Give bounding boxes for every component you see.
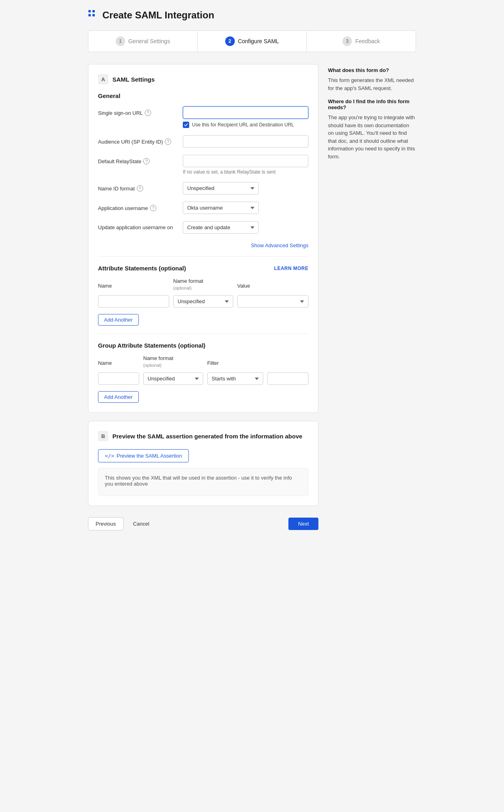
sso-url-row: Single sign-on URL ? Use this for Recipi… bbox=[98, 106, 308, 128]
app-username-help-icon[interactable]: ? bbox=[150, 205, 156, 211]
group-format-select[interactable]: Unspecified Basic URI Reference bbox=[143, 372, 203, 385]
sso-url-label: Single sign-on URL ? bbox=[98, 106, 178, 116]
page-title: Create SAML Integration bbox=[88, 10, 416, 21]
app-username-row: Application username ? Okta username Ema… bbox=[98, 202, 308, 214]
relay-state-control: If no value is set, a blank RelayState i… bbox=[183, 155, 308, 175]
audience-uri-input[interactable] bbox=[183, 135, 308, 148]
step-1-label: General Settings bbox=[128, 38, 170, 44]
svg-rect-2 bbox=[88, 14, 91, 16]
svg-rect-0 bbox=[88, 10, 91, 12]
group-name-input[interactable] bbox=[98, 372, 139, 385]
step-general-settings[interactable]: 1 General Settings bbox=[88, 31, 198, 52]
audience-uri-row: Audience URI (SP Entity ID) ? bbox=[98, 135, 308, 148]
group-attr-header: Group Attribute Statements (optional) bbox=[98, 342, 308, 349]
attr-value-col-header: Value bbox=[237, 283, 308, 290]
recipient-url-checkbox-row: Use this for Recipient URL and Destinati… bbox=[183, 122, 308, 128]
app-username-select[interactable]: Okta username Email AD SAMAccountName Cu… bbox=[183, 202, 259, 214]
relay-state-row: Default RelayState ? If no value is set,… bbox=[98, 155, 308, 175]
attr-format-select-wrap: Unspecified Basic URI Reference bbox=[173, 295, 233, 308]
group-attr-title: Group Attribute Statements (optional) bbox=[98, 342, 206, 349]
update-app-username-select[interactable]: Create and update Create only bbox=[183, 221, 259, 234]
group-format-col-header: Name format (optional) bbox=[143, 355, 203, 368]
attr-format-col-header: Name format (optional) bbox=[173, 278, 233, 290]
attr-statements-title: Attribute Statements (optional) bbox=[98, 265, 186, 272]
attr-statements-header: Attribute Statements (optional) LEARN MO… bbox=[98, 265, 308, 272]
group-format-select-wrap: Unspecified Basic URI Reference bbox=[143, 372, 203, 385]
step-3-circle: 3 bbox=[342, 36, 352, 46]
footer-left: Previous Cancel bbox=[88, 517, 155, 530]
attr-row-1: Unspecified Basic URI Reference bbox=[98, 295, 308, 308]
preview-area: This shows you the XML that will be used… bbox=[98, 468, 308, 496]
next-button[interactable]: Next bbox=[288, 518, 318, 530]
card-b-title: Preview the SAML assertion generated fro… bbox=[112, 433, 302, 440]
sso-url-input[interactable] bbox=[183, 106, 308, 119]
preview-text: This shows you the XML that will be used… bbox=[105, 475, 292, 487]
update-app-username-row: Update application username on Create an… bbox=[98, 221, 308, 234]
name-id-label: Name ID format ? bbox=[98, 182, 178, 192]
app-username-control: Okta username Email AD SAMAccountName Cu… bbox=[183, 202, 308, 214]
saml-settings-card: A SAML Settings General Single sign-on U… bbox=[88, 64, 318, 413]
attr-add-another-button[interactable]: Add Another bbox=[98, 314, 139, 326]
group-name-input-wrap bbox=[98, 372, 139, 385]
sidebar: What does this form do? This form genera… bbox=[328, 64, 416, 167]
relay-state-label: Default RelayState ? bbox=[98, 155, 178, 164]
sso-url-control: Use this for Recipient URL and Destinati… bbox=[183, 106, 308, 128]
attr-format-select[interactable]: Unspecified Basic URI Reference bbox=[173, 295, 233, 308]
attr-learn-more[interactable]: LEARN MORE bbox=[274, 266, 308, 271]
attr-value-select-wrap bbox=[237, 295, 308, 308]
group-filter-value-input[interactable] bbox=[267, 372, 308, 385]
name-id-control: Unspecified EmailAddress X509SubjectName… bbox=[183, 182, 308, 194]
card-a-badge: A bbox=[98, 74, 108, 84]
group-attr-row-1: Unspecified Basic URI Reference Starts w… bbox=[98, 372, 308, 385]
footer-bar: Previous Cancel Next bbox=[88, 514, 318, 530]
preview-saml-button[interactable]: </> Preview the SAML Assertion bbox=[98, 449, 189, 462]
previous-button[interactable]: Previous bbox=[88, 517, 124, 530]
sidebar-a2: The app you're trying to integrate with … bbox=[328, 114, 416, 160]
card-a-header: A SAML Settings bbox=[98, 74, 308, 84]
attr-value-select[interactable] bbox=[237, 295, 308, 308]
cancel-button[interactable]: Cancel bbox=[128, 517, 155, 530]
divider-2 bbox=[98, 334, 308, 334]
group-filter-value-input-wrap bbox=[267, 372, 308, 385]
step-feedback[interactable]: 3 Feedback bbox=[307, 31, 416, 52]
relay-state-input[interactable] bbox=[183, 155, 308, 167]
step-2-circle: 2 bbox=[225, 36, 235, 46]
app-username-label: Application username ? bbox=[98, 202, 178, 211]
group-filter-type-select-wrap: Starts with Equals Contains Matches rege… bbox=[207, 372, 263, 385]
sso-url-help-icon[interactable]: ? bbox=[145, 110, 151, 116]
name-id-row: Name ID format ? Unspecified EmailAddres… bbox=[98, 182, 308, 194]
name-id-help-icon[interactable]: ? bbox=[137, 185, 143, 192]
preview-saml-card: B Preview the SAML assertion generated f… bbox=[88, 421, 318, 506]
group-filter-type-select[interactable]: Starts with Equals Contains Matches rege… bbox=[207, 372, 263, 385]
stepper: 1 General Settings 2 Configure SAML 3 Fe… bbox=[88, 30, 416, 52]
step-3-label: Feedback bbox=[355, 38, 380, 44]
show-advanced-link[interactable]: Show Advanced Settings bbox=[98, 241, 308, 248]
attr-columns-header: Name Name format (optional) Value bbox=[98, 278, 308, 290]
relay-state-hint: If no value is set, a blank RelayState i… bbox=[183, 169, 308, 175]
audience-uri-control bbox=[183, 135, 308, 148]
step-2-label: Configure SAML bbox=[238, 38, 279, 44]
audience-uri-help-icon[interactable]: ? bbox=[165, 138, 171, 145]
step-1-circle: 1 bbox=[116, 36, 125, 46]
sidebar-a1: This form generates the XML needed for t… bbox=[328, 76, 416, 92]
update-app-username-label: Update application username on bbox=[98, 221, 178, 230]
group-attr-add-another-button[interactable]: Add Another bbox=[98, 391, 139, 403]
card-b-header: B Preview the SAML assertion generated f… bbox=[98, 431, 308, 441]
svg-rect-3 bbox=[92, 14, 95, 16]
update-app-username-control: Create and update Create only bbox=[183, 221, 308, 234]
group-name-col-header: Name bbox=[98, 360, 139, 368]
svg-rect-1 bbox=[92, 10, 95, 12]
attr-name-input[interactable] bbox=[98, 295, 169, 308]
relay-state-help-icon[interactable]: ? bbox=[143, 158, 150, 164]
card-b-badge: B bbox=[98, 431, 108, 441]
code-icon: </> bbox=[105, 453, 114, 459]
sidebar-q2: Where do I find the info this form needs… bbox=[328, 98, 416, 110]
step-configure-saml[interactable]: 2 Configure SAML bbox=[198, 31, 307, 52]
divider-1 bbox=[98, 256, 308, 257]
card-a-title: SAML Settings bbox=[112, 76, 155, 83]
sidebar-q1: What does this form do? bbox=[328, 67, 416, 73]
name-id-select[interactable]: Unspecified EmailAddress X509SubjectName… bbox=[183, 182, 259, 194]
attr-name-col-header: Name bbox=[98, 283, 169, 290]
recipient-url-checkbox[interactable] bbox=[183, 122, 189, 128]
recipient-url-label: Use this for Recipient URL and Destinati… bbox=[192, 122, 294, 128]
